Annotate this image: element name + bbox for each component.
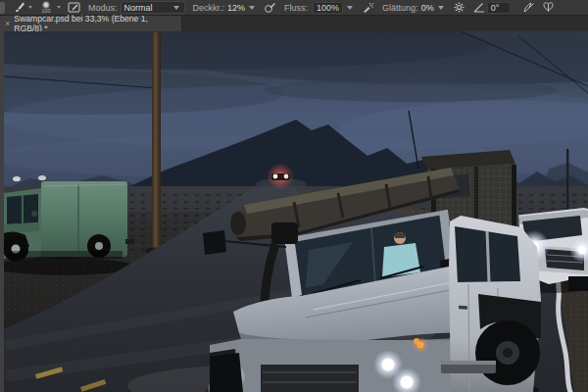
brush-settings-panel-toggle-icon[interactable]	[68, 1, 80, 14]
flow-label: Fluss:	[284, 3, 308, 13]
chevron-down-icon	[57, 6, 61, 9]
blend-mode-dropdown[interactable]: Normal	[121, 1, 185, 14]
document-tab-title: Swampcar.psd bei 33,3% (Ebene 1, RGB/8) …	[14, 14, 172, 33]
document-tab-bar: × Swampcar.psd bei 33,3% (Ebene 1, RGB/8…	[0, 16, 588, 32]
left-mirror	[203, 230, 226, 255]
blend-mode-value: Normal	[124, 3, 153, 13]
opacity-label: Deckkr.:	[193, 3, 225, 13]
brush-tool-button[interactable]	[13, 0, 32, 15]
angle-value[interactable]: 0°	[491, 3, 500, 13]
smoothing-options-gear-icon[interactable]	[453, 1, 466, 14]
airbrush-icon[interactable]	[362, 1, 374, 14]
flow-value[interactable]: 100%	[317, 3, 339, 13]
chevron-down-icon	[249, 6, 255, 10]
brush-preset-picker[interactable]: 100	[32, 0, 61, 15]
brush-preview-icon: 100	[38, 1, 54, 14]
photo-artwork: L A N D R O V E R	[4, 31, 588, 392]
chevron-down-icon	[347, 6, 353, 10]
mode-label: Modus:	[88, 3, 118, 13]
brush-icon	[13, 1, 25, 14]
document-canvas[interactable]: L A N D R O V E R	[4, 31, 588, 392]
document-tab[interactable]: × Swampcar.psd bei 33,3% (Ebene 1, RGB/8…	[0, 16, 182, 31]
opacity-value[interactable]: 12%	[227, 3, 245, 13]
photoshop-window: { "options_bar": { "brush_size": "100", …	[0, 0, 588, 392]
chevron-down-icon	[438, 6, 444, 10]
close-icon[interactable]: ×	[5, 20, 10, 28]
pressure-size-icon[interactable]	[522, 1, 535, 14]
tool-preset-picker[interactable]	[0, 0, 7, 15]
paint-symmetry-butterfly-icon[interactable]	[542, 1, 555, 14]
smoothing-label: Glättung:	[382, 3, 418, 13]
smoothing-value[interactable]: 0%	[421, 3, 434, 13]
angle-icon	[472, 1, 485, 14]
pressure-opacity-icon[interactable]	[264, 1, 276, 14]
tool-preset-icon	[0, 2, 5, 14]
chevron-down-icon	[173, 6, 179, 10]
brush-angle-control[interactable]: 0°	[466, 0, 511, 15]
